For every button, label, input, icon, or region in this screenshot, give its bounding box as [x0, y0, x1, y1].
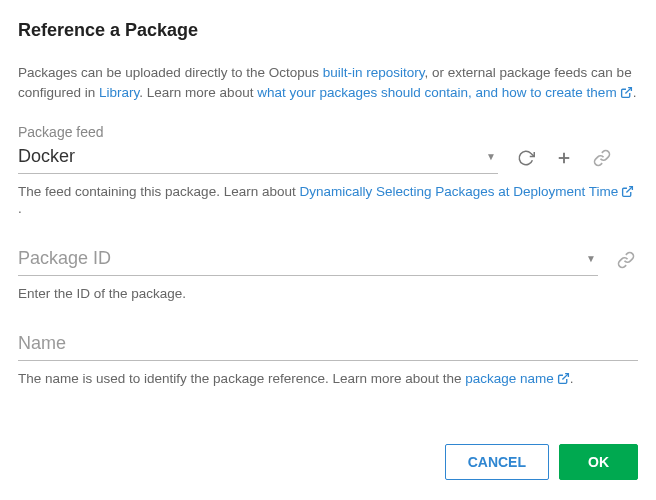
library-link[interactable]: Library — [99, 85, 139, 100]
bind-variable-button[interactable] — [592, 148, 612, 168]
desc-text: Packages can be uploaded directly to the… — [18, 65, 323, 80]
dynamic-packages-link[interactable]: Dynamically Selecting Packages at Deploy… — [299, 184, 634, 199]
name-placeholder: Name — [18, 333, 638, 354]
chevron-down-icon: ▼ — [586, 253, 596, 264]
external-link-icon — [620, 85, 633, 105]
name-field: Name The name is used to identify the pa… — [18, 329, 638, 388]
external-link-icon — [557, 372, 570, 388]
desc-text: . — [633, 85, 637, 100]
add-button[interactable] — [554, 148, 574, 168]
svg-line-4 — [562, 373, 568, 379]
builtin-repository-link[interactable]: built-in repository — [323, 65, 425, 80]
bind-variable-button[interactable] — [616, 250, 636, 270]
refresh-button[interactable] — [516, 148, 536, 168]
external-link-icon — [621, 185, 634, 201]
package-id-select[interactable]: Package ID ▼ — [18, 244, 598, 276]
package-feed-help: The feed containing this package. Learn … — [18, 184, 638, 216]
package-feed-value: Docker — [18, 146, 486, 167]
dialog-description: Packages can be uploaded directly to the… — [18, 63, 638, 106]
cancel-button[interactable]: CANCEL — [445, 444, 549, 480]
package-id-placeholder: Package ID — [18, 248, 586, 269]
dialog-title: Reference a Package — [18, 20, 638, 41]
packages-docs-link[interactable]: what your packages should contain, and h… — [257, 85, 632, 100]
package-id-help: Enter the ID of the package. — [18, 286, 638, 301]
name-input[interactable]: Name — [18, 329, 638, 361]
desc-text: . Learn more about — [139, 85, 257, 100]
package-name-link[interactable]: package name — [465, 371, 570, 386]
package-feed-label: Package feed — [18, 124, 638, 140]
dialog-footer: CANCEL OK — [445, 444, 638, 480]
svg-line-0 — [625, 88, 631, 94]
package-feed-field: Package feed Docker ▼ The feed containin… — [18, 124, 638, 216]
ok-button[interactable]: OK — [559, 444, 638, 480]
package-feed-select[interactable]: Docker ▼ — [18, 142, 498, 174]
chevron-down-icon: ▼ — [486, 151, 496, 162]
name-help: The name is used to identify the package… — [18, 371, 638, 388]
svg-line-3 — [627, 186, 633, 192]
package-id-field: Package ID ▼ Enter the ID of the package… — [18, 244, 638, 301]
